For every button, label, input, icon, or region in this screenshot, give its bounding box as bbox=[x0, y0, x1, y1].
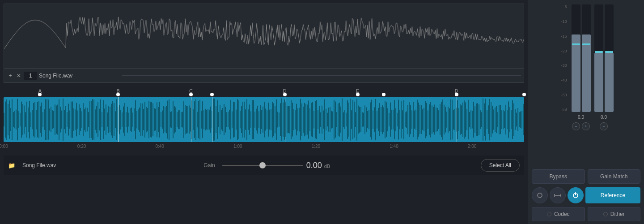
scale-label-3: -15 bbox=[561, 34, 567, 39]
segment-dot bbox=[283, 93, 287, 96]
waveform-canvas bbox=[4, 97, 524, 142]
meter-knob-r1 bbox=[595, 51, 603, 53]
meter-group-left: 0.0 − + bbox=[572, 4, 591, 166]
segment-dot bbox=[116, 93, 120, 96]
timeline-label: 0:00 bbox=[0, 144, 8, 149]
segment-dot bbox=[356, 93, 360, 96]
track-header: ＋ ✕ 1 Song File.wav bbox=[4, 69, 524, 83]
timeline-label: 0:20 bbox=[77, 144, 86, 149]
gain-slider-wrap: 0.00 dB bbox=[222, 161, 333, 170]
meter-knob-r2 bbox=[605, 51, 613, 53]
meter-fill-l2 bbox=[582, 34, 591, 112]
track-number: 1 bbox=[24, 72, 37, 80]
stereo-button[interactable] bbox=[550, 187, 566, 203]
power-icon bbox=[572, 192, 579, 198]
segment-divider-line bbox=[118, 97, 119, 142]
mono-icon bbox=[537, 192, 543, 198]
meter-bg-r2 bbox=[605, 4, 614, 112]
track-header-left: ＋ ✕ 1 Song File.wav bbox=[7, 72, 119, 80]
segment-dot bbox=[522, 93, 526, 96]
main-area: ＋ ✕ 1 Song File.wav ABCDED 0:000:200:401… bbox=[0, 0, 528, 224]
segment-divider-line bbox=[212, 97, 212, 142]
meter-fill-l1 bbox=[572, 34, 580, 112]
bottom-bar: 📁 Song File.wav Gain 0.00 dB Select All bbox=[4, 155, 524, 175]
meter-value-left: 0.0 bbox=[578, 115, 584, 120]
meter-scale: -6 -10 -15 -20 -30 -40 -50 -Inf bbox=[559, 4, 568, 112]
reference-power-button[interactable] bbox=[568, 187, 584, 203]
meter-minus-left[interactable]: − bbox=[572, 122, 580, 130]
remove-track-button[interactable]: ✕ bbox=[16, 73, 22, 79]
codec-dither-row: Codec Dither bbox=[532, 207, 640, 221]
codec-label: Codec bbox=[554, 211, 570, 217]
gain-slider[interactable] bbox=[222, 165, 303, 166]
meter-fill-r1 bbox=[594, 53, 603, 112]
segment-divider-line bbox=[191, 97, 191, 142]
segment-divider-line bbox=[40, 97, 40, 142]
reference-button[interactable]: Reference bbox=[585, 187, 640, 203]
segment-divider-line bbox=[358, 97, 358, 142]
segment-dot bbox=[382, 93, 386, 96]
meter-fill-r2 bbox=[605, 53, 614, 112]
scale-label-6: -40 bbox=[561, 78, 567, 82]
meter-bars-left bbox=[572, 4, 591, 112]
meter-knob-l2 bbox=[582, 43, 590, 45]
svg-point-0 bbox=[538, 193, 542, 198]
meter-controls-left: − + bbox=[572, 122, 590, 130]
gain-value: 0.00 dB bbox=[306, 161, 333, 170]
codec-button[interactable]: Codec bbox=[532, 207, 585, 221]
waveform-section: ABCDED 0:000:200:401:001:201:402:00 bbox=[4, 86, 524, 152]
dither-button[interactable]: Dither bbox=[588, 207, 641, 221]
scale-label-7: -50 bbox=[561, 93, 567, 97]
meter-value-right: 0.0 bbox=[601, 115, 607, 120]
waveform-overview[interactable] bbox=[4, 4, 524, 69]
gain-match-button[interactable]: Gain Match bbox=[588, 169, 641, 184]
track-filename: Song File.wav bbox=[39, 73, 72, 79]
segment-divider-line bbox=[457, 97, 457, 142]
scale-label-4: -20 bbox=[561, 49, 567, 53]
meter-bar-l1 bbox=[572, 4, 580, 112]
meter-minus-right[interactable]: − bbox=[600, 122, 608, 130]
segment-divider-line bbox=[285, 97, 285, 142]
gain-label: Gain bbox=[203, 162, 215, 168]
segment-divider-line bbox=[384, 97, 384, 142]
gain-unit: dB bbox=[324, 164, 330, 169]
meter-bg-r1 bbox=[594, 4, 603, 112]
meter-bars-right bbox=[594, 4, 614, 112]
meter-bar-r2 bbox=[605, 4, 614, 112]
right-panel: -6 -10 -15 -20 -30 -40 -50 -Inf bbox=[528, 0, 644, 224]
segment-labels: ABCDED bbox=[4, 86, 524, 97]
mono-button[interactable] bbox=[532, 187, 548, 203]
dither-power-dot bbox=[603, 212, 608, 216]
overview-canvas bbox=[4, 4, 524, 68]
timeline-label: 2:00 bbox=[468, 144, 476, 149]
scale-label-1: -6 bbox=[563, 4, 567, 9]
scale-label-8: -Inf bbox=[561, 108, 567, 112]
meter-bg-l2 bbox=[582, 4, 591, 112]
dither-label: Dither bbox=[610, 211, 625, 217]
vu-meters: -6 -10 -15 -20 -30 -40 -50 -Inf bbox=[532, 3, 640, 168]
segment-dot bbox=[189, 93, 193, 96]
meter-controls-right: − bbox=[600, 122, 608, 130]
codec-power-dot bbox=[547, 212, 551, 216]
track-header-divider bbox=[122, 75, 521, 76]
bypass-gainmatch-row: Bypass Gain Match bbox=[532, 169, 640, 184]
select-all-button[interactable]: Select All bbox=[481, 159, 520, 172]
meter-plus-left[interactable]: + bbox=[582, 122, 590, 130]
meter-bar-r1 bbox=[594, 4, 603, 112]
timeline-label: 1:40 bbox=[390, 144, 398, 149]
stereo-icon bbox=[554, 192, 562, 198]
meter-bg-l1 bbox=[572, 4, 580, 112]
add-track-button[interactable]: ＋ bbox=[7, 72, 14, 79]
meter-group-right: 0.0 − bbox=[594, 4, 614, 166]
timeline-label: 1:20 bbox=[312, 144, 320, 149]
panel-controls: Bypass Gain Match bbox=[532, 168, 640, 221]
timeline: 0:000:200:401:001:201:402:00 bbox=[4, 143, 524, 152]
bypass-button[interactable]: Bypass bbox=[532, 169, 585, 184]
bottom-filename: Song File.wav bbox=[22, 162, 56, 168]
meter-knob-l1 bbox=[572, 43, 580, 45]
segment-dot bbox=[210, 93, 214, 96]
icon-row: Reference bbox=[532, 186, 640, 204]
waveform-main[interactable] bbox=[4, 97, 524, 142]
timeline-label: 1:00 bbox=[233, 144, 242, 149]
segment-dot bbox=[38, 93, 42, 96]
